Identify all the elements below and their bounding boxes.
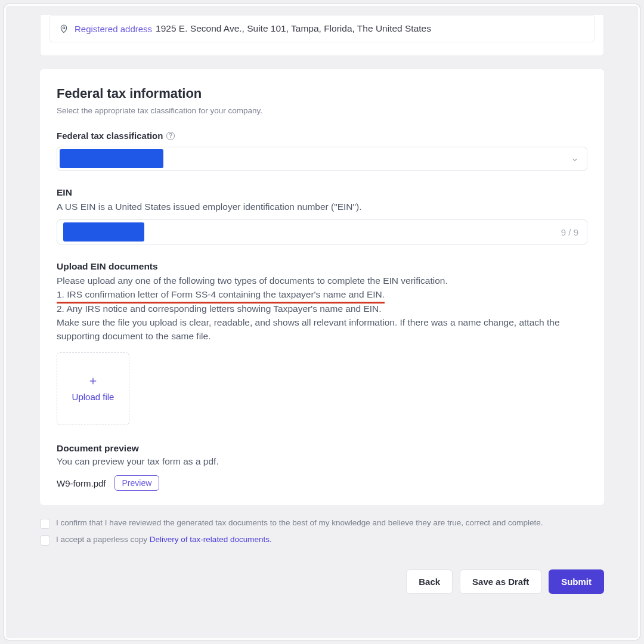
back-button[interactable]: Back [406,569,453,594]
paperless-checkbox[interactable] [40,535,50,546]
chevron-down-icon [571,155,578,162]
federal-tax-section: Federal tax information Select the appro… [40,69,604,505]
paperless-prefix: I accept a paperless copy [56,535,150,544]
upload-intro: Please upload any one of the following t… [57,274,587,287]
ein-help-text: A US EIN is a United States issued emplo… [57,202,587,212]
address-label: Registered address [75,24,152,34]
section-subtitle: Select the appropriate tax classificatio… [57,106,587,115]
address-row: Registered address 1925 E. Second Ave., … [49,16,595,42]
location-pin-icon [59,24,69,33]
ein-label: EIN [57,187,587,198]
upload-option-2: 2. Any IRS notice and corresponding lett… [57,302,587,315]
confirm-checkbox[interactable] [40,519,50,529]
confirmation-checks: I confirm that I have reviewed the gener… [40,518,604,546]
svg-point-0 [63,27,64,29]
preview-row: W9-form.pdf Preview [57,475,587,491]
paperless-text: I accept a paperless copy Delivery of ta… [56,535,272,544]
confirm-check-row: I confirm that I have reviewed the gener… [40,518,604,529]
footer-actions: Back Save as Draft Submit [40,569,604,594]
app-frame: Registered address 1925 E. Second Ave., … [4,4,640,640]
upload-file-button[interactable]: Upload file [57,352,129,425]
ein-char-counter: 9 / 9 [561,227,578,237]
paperless-link[interactable]: Delivery of tax-related documents. [150,535,272,544]
address-card: Registered address 1925 E. Second Ave., … [40,15,604,56]
plus-icon [88,376,98,386]
scroll-area: Registered address 1925 E. Second Ave., … [4,4,640,640]
upload-note: Make sure the file you upload is clear, … [57,316,587,343]
upload-description: Please upload any one of the following t… [57,274,587,343]
red-underline-annotation [57,302,385,304]
preview-button[interactable]: Preview [114,475,160,491]
upload-file-text: Upload file [72,391,114,403]
confirm-text: I confirm that I have reviewed the gener… [56,518,543,527]
ein-value-redacted [63,222,144,242]
classification-label-text: Federal tax classification [57,131,163,141]
preview-label: Document preview [57,443,587,454]
section-title: Federal tax information [57,86,587,101]
upload-option-1: 1. IRS confirmation letter of Form SS-4 … [57,289,385,299]
save-draft-button[interactable]: Save as Draft [460,569,541,594]
ein-input[interactable]: 9 / 9 [57,219,587,244]
classification-select[interactable] [57,147,587,171]
preview-desc: You can preview your tax form as a pdf. [57,456,587,467]
address-value: 1925 E. Second Ave., Suite 101, Tampa, F… [156,23,431,34]
submit-button[interactable]: Submit [549,569,604,594]
preview-filename: W9-form.pdf [57,478,106,488]
classification-label: Federal tax classification ? [57,131,587,141]
info-icon[interactable]: ? [166,132,175,140]
classification-value-redacted [60,149,163,168]
upload-label: Upload EIN documents [57,261,587,272]
paperless-check-row: I accept a paperless copy Delivery of ta… [40,535,604,546]
